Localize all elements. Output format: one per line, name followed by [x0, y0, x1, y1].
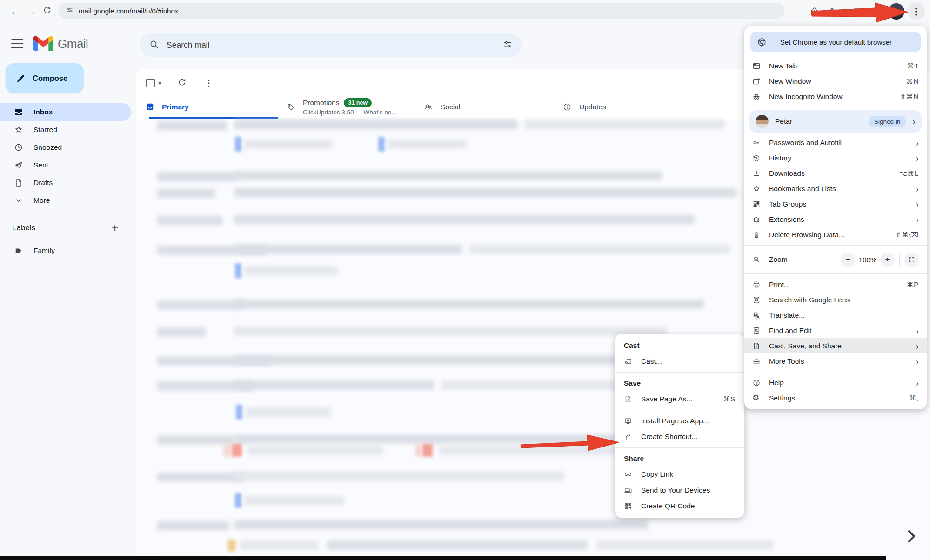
menu-item-new-tab[interactable]: New Tab ⌘T — [744, 58, 927, 73]
search-placeholder: Search mail — [167, 40, 209, 50]
send-icon — [14, 160, 23, 170]
sidebar-label-family[interactable]: Family — [0, 242, 131, 260]
chevron-right-icon: › — [916, 357, 919, 366]
menu-item-more-tools[interactable]: More Tools › — [744, 353, 927, 369]
more-options-icon[interactable]: ⋮ — [205, 78, 214, 88]
select-dropdown-icon[interactable]: ▾ — [158, 80, 161, 87]
sidebar-item-more[interactable]: More — [0, 192, 131, 209]
menu-shortcut: ⌥⌘L — [899, 170, 919, 177]
chevron-right-icon: › — [916, 215, 919, 224]
compose-button[interactable]: Compose — [6, 63, 84, 93]
refresh-icon[interactable] — [177, 77, 187, 89]
zoom-out-button[interactable]: − — [841, 253, 855, 267]
menu-item-passwords-autofill[interactable]: Passwords and Autofill › — [744, 135, 927, 150]
menu-item-print[interactable]: Print... ⌘P — [744, 277, 927, 292]
tab-social[interactable]: Social — [424, 95, 460, 119]
select-all-checkbox[interactable] — [146, 79, 155, 87]
submenu-item-install-page-as-app[interactable]: Install Page as App... — [615, 413, 744, 429]
tab-label: Updates — [579, 103, 606, 111]
menu-divider — [744, 107, 927, 107]
star-icon — [752, 185, 769, 193]
menu-item-new-incognito-window[interactable]: New Incognito Window ⇧⌘N — [744, 89, 927, 104]
devices-icon — [624, 486, 641, 494]
puzzle-icon — [752, 215, 769, 224]
sidebar-item-starred[interactable]: Starred — [0, 121, 131, 139]
tab-primary[interactable]: Primary — [146, 95, 189, 119]
back-icon[interactable]: ← — [7, 6, 23, 17]
next-page-chevron-icon[interactable] — [907, 529, 917, 543]
tag-icon — [286, 102, 295, 112]
menu-label: Cast, Save, and Share — [769, 342, 916, 350]
save-page-icon — [624, 395, 641, 403]
add-label-icon[interactable]: + — [112, 221, 118, 234]
set-default-browser-button[interactable]: Set Chrome as your default browser — [750, 32, 921, 52]
tab-promotions[interactable]: Promotions 31 new ClickUpdates 3.50 — Wh… — [286, 95, 396, 119]
menu-label: Bookmarks and Lists — [769, 185, 916, 193]
grid-icon — [752, 200, 769, 208]
submenu-item-cast[interactable]: Cast... — [615, 353, 744, 369]
sidebar-item-drafts[interactable]: Drafts — [0, 174, 131, 192]
search-filter-icon[interactable] — [502, 39, 513, 51]
sidebar-item-label: Snoozed — [33, 143, 62, 152]
list-toolbar: ▾ ⋮ — [136, 73, 214, 92]
menu-divider — [744, 245, 927, 246]
search-icon[interactable] — [149, 39, 159, 51]
signed-in-badge: Signed in — [869, 116, 906, 127]
menu-divider — [744, 372, 927, 372]
menu-label: Delete Browsing Data... — [769, 231, 896, 239]
download-icon — [752, 169, 769, 178]
annotation-arrow-create-shortcut — [519, 429, 622, 457]
menu-item-help[interactable]: Help › — [744, 375, 927, 390]
hamburger-menu-icon[interactable] — [11, 39, 23, 48]
menu-label: New Window — [769, 77, 906, 86]
browser-toolbar: ← → mail.google.com/mail/u/0/#inbox ⋮ — [0, 0, 930, 22]
menu-item-bookmarks-lists[interactable]: Bookmarks and Lists › — [744, 181, 927, 196]
incognito-icon — [752, 93, 769, 101]
sidebar-item-label: Inbox — [33, 108, 53, 116]
menu-item-profile[interactable]: Petar Signed in › — [749, 110, 922, 133]
menu-item-extensions[interactable]: Extensions › — [744, 212, 927, 227]
sidebar-item-snoozed[interactable]: Snoozed — [0, 139, 131, 156]
sidebar-item-sent[interactable]: Sent — [0, 156, 131, 174]
reload-icon[interactable] — [39, 5, 55, 17]
menu-item-settings[interactable]: ⚙ Settings ⌘, — [744, 390, 927, 406]
submenu-item-create-qr-code[interactable]: Create QR Code — [615, 498, 744, 514]
labels-header: Labels + — [0, 221, 131, 234]
forward-icon[interactable]: → — [23, 6, 39, 17]
zoom-in-button[interactable]: + — [880, 253, 895, 267]
cast-save-share-submenu: Cast Cast... Save Save Page As... ⌘S Ins… — [615, 334, 744, 518]
compose-label: Compose — [33, 74, 67, 83]
submenu-item-save-page-as[interactable]: Save Page As... ⌘S — [615, 391, 744, 407]
submenu-item-create-shortcut[interactable]: Create Shortcut... — [615, 429, 744, 445]
find-edit-icon — [752, 327, 769, 335]
site-settings-icon[interactable] — [65, 6, 74, 16]
qr-code-icon — [624, 502, 641, 510]
menu-item-find-and-edit[interactable]: Find and Edit › — [744, 323, 927, 338]
submenu-item-copy-link[interactable]: Copy Link — [615, 467, 744, 482]
menu-item-downloads[interactable]: Downloads ⌥⌘L — [744, 166, 927, 181]
menu-item-new-window[interactable]: New Window ⌘N — [744, 73, 927, 89]
menu-item-translate[interactable]: Translate... — [744, 307, 927, 323]
menu-shortcut: ⇧⌘⌫ — [896, 231, 919, 239]
submenu-label: Send to Your Devices — [641, 486, 736, 494]
sidebar-item-inbox[interactable]: Inbox — [0, 103, 131, 121]
search-bar[interactable]: Search mail — [140, 33, 522, 57]
menu-label: History — [769, 154, 916, 162]
menu-item-history[interactable]: History › — [744, 150, 927, 166]
url-text[interactable]: mail.google.com/mail/u/0/#inbox — [79, 7, 178, 15]
menu-label: New Incognito Window — [769, 93, 900, 101]
address-bar[interactable]: mail.google.com/mail/u/0/#inbox — [59, 3, 784, 19]
menu-shortcut: ⇧⌘N — [900, 93, 919, 100]
menu-label: Find and Edit — [769, 327, 916, 335]
menu-item-tab-groups[interactable]: Tab Groups › — [744, 196, 927, 212]
tab-updates[interactable]: Updates — [562, 95, 606, 119]
fullscreen-button[interactable] — [904, 253, 919, 267]
menu-item-zoom: Zoom − 100% + — [744, 248, 927, 271]
pencil-icon — [16, 73, 26, 83]
submenu-label: Copy Link — [641, 470, 736, 479]
gmail-m-icon — [33, 36, 53, 51]
menu-item-delete-browsing-data[interactable]: Delete Browsing Data... ⇧⌘⌫ — [744, 227, 927, 242]
menu-item-search-google-lens[interactable]: Search with Google Lens — [744, 292, 927, 307]
submenu-item-send-to-your-devices[interactable]: Send to Your Devices — [615, 482, 744, 498]
menu-item-cast-save-share[interactable]: Cast, Save, and Share › — [744, 338, 927, 353]
